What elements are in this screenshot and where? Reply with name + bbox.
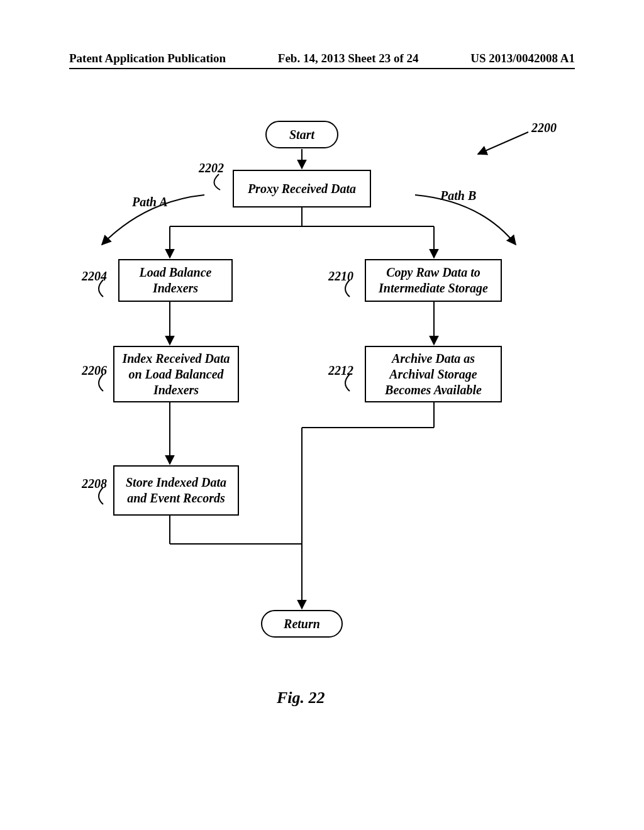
terminator-start: Start <box>265 121 338 148</box>
terminator-return: Return <box>261 610 343 638</box>
process-load-balance-indexers: Load Balance Indexers <box>118 259 233 302</box>
svg-line-13 <box>478 132 528 154</box>
path-a-label: Path A <box>132 195 168 209</box>
process-store-indexed-data: Store Indexed Data and Event Records <box>113 465 239 516</box>
ref-2212: 2212 <box>328 363 353 378</box>
ref-2200: 2200 <box>531 121 557 135</box>
process-copy-raw-data: Copy Raw Data to Intermediate Storage <box>365 259 502 302</box>
process-proxy-received-data: Proxy Received Data <box>233 170 371 208</box>
ref-2202: 2202 <box>199 161 224 175</box>
path-b-label: Path B <box>440 189 476 203</box>
ref-2204: 2204 <box>82 269 107 284</box>
process-archive-data: Archive Data as Archival Storage Becomes… <box>365 346 502 402</box>
ref-2206: 2206 <box>82 363 107 378</box>
figure-caption: Fig. 22 <box>277 689 325 707</box>
ref-2208: 2208 <box>82 477 107 491</box>
ref-2210: 2210 <box>328 269 353 284</box>
process-index-received-data: Index Received Data on Load Balanced Ind… <box>113 346 239 402</box>
